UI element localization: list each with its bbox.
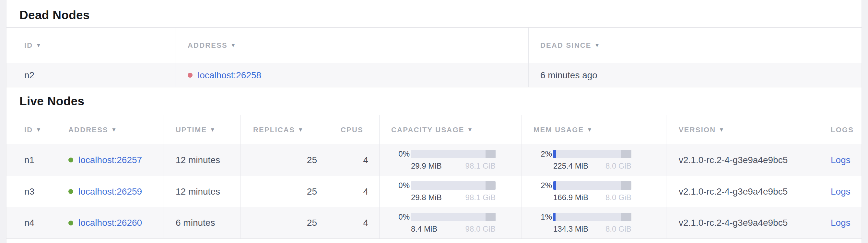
node-version: v2.1.0-rc.2-4-g3e9a4e9bc5	[666, 176, 817, 207]
mem-used-label: 166.9 MiB	[553, 193, 588, 202]
capacity-used-label: 8.4 MiB	[411, 224, 437, 234]
sort-arrow-icon: ▼	[230, 42, 237, 49]
capacity-total-label: 98.0 GiB	[465, 224, 496, 234]
logs-link[interactable]: Logs	[831, 218, 850, 228]
capacity-percent: 0%	[391, 213, 410, 221]
live-header-capacity-usage[interactable]: CAPACITY USAGE ▼	[379, 115, 522, 144]
live-header-logs: LOGS	[817, 115, 862, 144]
node-logs-cell: Logs	[817, 144, 862, 176]
bar-used-segment	[553, 213, 556, 221]
sort-arrow-icon: ▼	[298, 127, 304, 133]
mem-usage-cell: 2% 225.4 MiB 8.0 GiB	[522, 144, 666, 176]
node-address-cell: localhost:26260	[56, 207, 163, 239]
node-address-link[interactable]: localhost:26259	[79, 187, 142, 197]
bar-reserved-segment	[486, 150, 496, 158]
sort-arrow-icon: ▼	[111, 127, 117, 133]
live-node-row: n3 localhost:26259 12 minutes 25 4 0% 29…	[6, 176, 862, 207]
node-version: v2.1.0-rc.2-4-g3e9a4e9bc5	[666, 207, 817, 239]
mem-total-label: 8.0 GiB	[606, 224, 631, 234]
mem-total-label: 8.0 GiB	[606, 161, 631, 170]
node-address-cell: localhost:26259	[56, 176, 163, 207]
node-cpus: 4	[328, 176, 379, 207]
live-node-row: n4 localhost:26260 6 minutes 25 4 0% 8.4…	[6, 207, 862, 239]
sort-arrow-icon: ▼	[587, 127, 593, 133]
live-status-dot-icon	[68, 221, 73, 225]
mem-total-label: 8.0 GiB	[606, 193, 631, 202]
live-header-mem-usage[interactable]: MEM USAGE ▼	[522, 115, 666, 144]
bar-reserved-segment	[621, 181, 631, 190]
bar-reserved-segment	[486, 213, 496, 221]
mem-percent: 2%	[533, 150, 552, 159]
node-id: n2	[6, 63, 175, 87]
live-header-replicas[interactable]: REPLICAS ▼	[241, 115, 328, 144]
bar-track-segment	[556, 181, 621, 190]
capacity-used-label: 29.9 MiB	[411, 161, 442, 170]
bar-reserved-segment	[621, 150, 631, 158]
live-header-version[interactable]: VERSION ▼	[666, 115, 817, 144]
sort-arrow-icon: ▼	[36, 127, 42, 133]
node-address-cell: localhost:26257	[56, 144, 163, 176]
capacity-used-label: 29.8 MiB	[411, 193, 442, 202]
dead-nodes-title: Dead Nodes	[6, 3, 862, 28]
mem-usage-bar	[553, 181, 631, 190]
bar-track-segment	[556, 150, 621, 158]
node-replicas: 25	[241, 144, 328, 176]
node-replicas: 25	[241, 207, 328, 239]
live-node-row: n1 localhost:26257 12 minutes 25 4 0% 29…	[6, 144, 862, 176]
mem-used-label: 134.3 MiB	[553, 224, 588, 234]
bar-used-segment	[553, 181, 556, 190]
capacity-usage-bar	[411, 181, 496, 190]
live-status-dot-icon	[68, 158, 73, 162]
dead-header-id[interactable]: ID ▼	[6, 28, 175, 63]
bar-track-segment	[411, 181, 486, 190]
logs-link[interactable]: Logs	[831, 155, 850, 165]
top-divider	[6, 0, 862, 3]
node-uptime: 12 minutes	[163, 176, 241, 207]
mem-usage-bar	[553, 213, 631, 221]
node-uptime: 6 minutes	[163, 207, 241, 239]
capacity-total-label: 98.1 GiB	[465, 193, 496, 202]
mem-usage-cell: 1% 134.3 MiB 8.0 GiB	[522, 207, 666, 239]
mem-used-label: 225.4 MiB	[553, 161, 588, 170]
node-logs-cell: Logs	[817, 176, 862, 207]
bar-reserved-segment	[621, 213, 631, 221]
capacity-total-label: 98.1 GiB	[465, 161, 496, 170]
mem-percent: 2%	[533, 181, 552, 190]
live-status-dot-icon	[68, 189, 73, 194]
node-id: n3	[6, 176, 56, 207]
node-address-link[interactable]: localhost:26257	[79, 155, 142, 165]
sort-arrow-icon: ▼	[719, 127, 725, 133]
node-address-link[interactable]: localhost:26260	[79, 218, 142, 228]
capacity-usage-cell: 0% 8.4 MiB 98.0 GiB	[379, 207, 522, 239]
bar-track-segment	[556, 213, 621, 221]
node-address-link[interactable]: localhost:26258	[198, 70, 261, 81]
node-dead-since: 6 minutes ago	[528, 63, 862, 87]
node-id: n1	[6, 144, 56, 176]
sort-arrow-icon: ▼	[36, 42, 42, 49]
bar-track-segment	[411, 150, 486, 158]
capacity-usage-bar	[411, 150, 496, 158]
live-header-uptime[interactable]: UPTIME ▼	[163, 115, 241, 144]
sort-arrow-icon: ▼	[467, 127, 473, 133]
node-replicas: 25	[241, 176, 328, 207]
live-header-address[interactable]: ADDRESS ▼	[56, 115, 163, 144]
node-address-cell: localhost:26258	[175, 63, 528, 87]
node-uptime: 12 minutes	[163, 144, 241, 176]
mem-percent: 1%	[533, 213, 552, 221]
dead-nodes-header-row: ID ▼ ADDRESS ▼ DEAD SINCE ▼	[6, 28, 862, 63]
capacity-percent: 0%	[391, 181, 410, 190]
sort-arrow-icon: ▼	[210, 127, 216, 133]
live-header-id[interactable]: ID ▼	[6, 115, 56, 144]
capacity-percent: 0%	[391, 150, 410, 159]
logs-link[interactable]: Logs	[831, 187, 850, 197]
mem-usage-bar	[553, 150, 631, 158]
dead-header-dead-since[interactable]: DEAD SINCE ▼	[528, 28, 862, 63]
dead-node-row: n2 localhost:26258 6 minutes ago	[6, 63, 862, 87]
capacity-usage-cell: 0% 29.9 MiB 98.1 GiB	[379, 144, 522, 176]
sort-arrow-icon: ▼	[594, 42, 600, 49]
bar-reserved-segment	[486, 181, 496, 190]
live-nodes-title: Live Nodes	[6, 87, 862, 115]
capacity-usage-bar	[411, 213, 496, 221]
dead-header-address[interactable]: ADDRESS ▼	[175, 28, 528, 63]
nodes-overview-panel: Dead Nodes ID ▼ ADDRESS ▼ DEAD SINCE ▼ n…	[6, 0, 862, 243]
